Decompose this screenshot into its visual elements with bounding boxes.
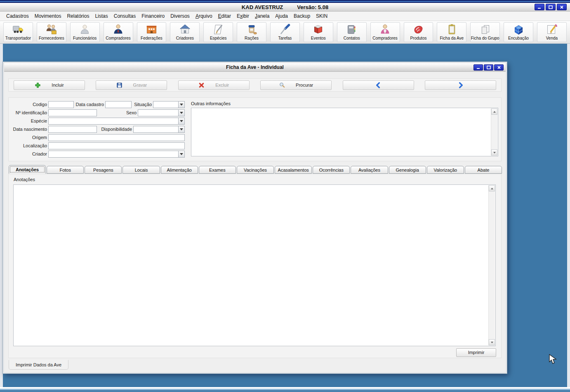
menu-item-arquivo[interactable]: Arquivo [193,12,215,20]
toolbar-label: Ficha da Ave [440,35,464,41]
tab-anotacoes[interactable]: Anotações [9,165,46,174]
situacao-select[interactable] [153,101,185,108]
scroll-down-button[interactable] [489,339,495,345]
tab-fotos[interactable]: Fotos [47,166,84,174]
toolbar-button-venda[interactable]: Venda [537,22,567,42]
dialog-titlebar[interactable]: Ficha da Ave - Individual [4,63,506,72]
menu-item-movimentos[interactable]: Movimentos [32,12,64,20]
n-identificacao-label: Nº identificação [9,109,47,116]
toolbar-button-federacoes[interactable]: Federações [137,22,167,42]
dialog-minimize-button[interactable] [473,64,483,71]
menu-item-editar[interactable]: Editar [215,12,234,20]
minimize-button[interactable] [535,4,544,10]
origem-field[interactable] [48,134,185,141]
add-icon [35,82,41,88]
scrollbar-track[interactable] [491,115,497,149]
menu-item-consultas[interactable]: Consultas [111,12,139,20]
menu-item-relatorios[interactable]: Relatórios [64,12,92,20]
menu-item-janela[interactable]: Janela [252,12,272,20]
toolbar-button-produtos[interactable]: Produtos [404,22,433,42]
imprimir-dados-da-ave-tab[interactable]: Imprimir Dados da Ave [9,360,68,370]
vertical-scrollbar[interactable] [491,109,497,156]
incluir-button[interactable]: Incluir [14,80,85,90]
menu-item-diversos[interactable]: Diversos [167,12,193,20]
menu-item-skin[interactable]: SKIN [313,12,330,20]
criador-select[interactable] [48,151,185,158]
combo-dropdown-button[interactable] [178,101,185,108]
combo-dropdown-button[interactable] [178,151,185,158]
previous-record-button[interactable] [343,80,414,90]
toolbar-button-transportador[interactable]: Transportador [3,22,33,42]
disponibilidade-select[interactable] [133,126,185,133]
contacts-book-icon [346,24,358,35]
scroll-up-button[interactable] [491,109,497,115]
toolbar-button-compradores[interactable]: Compradores [104,22,133,42]
menu-item-listas[interactable]: Listas [92,12,111,20]
tab-abate[interactable]: Abate [465,166,502,174]
scroll-down-button[interactable] [491,149,497,156]
procurar-button[interactable]: Procurar [260,80,332,90]
outras-informacoes-textarea[interactable] [191,108,498,156]
tab-genealogia[interactable]: Genealogia [389,166,426,174]
tab-alimentacao[interactable]: Alimentação [161,166,198,174]
toolbar-button-funcionarios[interactable]: Funcionários [70,22,100,42]
localizacao-field[interactable] [48,142,185,149]
dialog-maximize-button[interactable] [484,64,493,71]
tab-vacinacoes[interactable]: Vacinações [237,166,274,174]
vertical-scrollbar[interactable] [488,185,495,345]
close-icon [497,66,501,69]
toolbar-button-contatos[interactable]: Contatos [337,22,367,42]
toolbar-button-ficha-da-ave[interactable]: Ficha da Ave [437,22,466,42]
data-cadastro-label: Data cadastro [75,101,104,108]
window-bottom-border [0,387,570,392]
toolbar-button-tarefas[interactable]: Tarefas [270,22,300,42]
close-button[interactable] [557,4,567,10]
data-cadastro-field[interactable] [105,101,132,108]
toolbar-button-encubacao[interactable]: Encubação [504,22,533,42]
menu-item-ajuda[interactable]: Ajuda [272,12,291,20]
sexo-select[interactable] [138,109,185,116]
next-record-button[interactable] [425,80,496,90]
origem-label: Origem [9,134,47,141]
toolbar-button-ficha-do-grupo[interactable]: Ficha do Grupo [470,22,500,42]
menu-item-backup[interactable]: Backup [291,12,313,20]
toolbar-label: Compradores [106,35,131,41]
toolbar-label: Tarefas [278,35,292,41]
scroll-up-button[interactable] [489,185,495,191]
scrollbar-track[interactable] [489,191,495,339]
especie-select[interactable] [48,118,185,125]
toolbar-label: Funcionários [73,35,97,41]
save-icon [116,82,122,88]
tab-locais[interactable]: Locais [122,166,160,174]
maximize-button[interactable] [546,4,556,10]
toolbar-button-eventos[interactable]: Eventos [304,22,333,42]
menu-item-cadastros[interactable]: Cadastros [3,12,32,20]
toolbar-button-racoes[interactable]: Rações [237,22,266,42]
tab-acasalamentos[interactable]: Acasalamentos [275,166,312,174]
tab-ocorrencias[interactable]: Ocorrências [313,166,350,174]
chevron-down-icon [180,112,183,116]
menu-item-exibir[interactable]: Exibir [234,12,252,20]
excluir-button[interactable]: Excluir [178,80,250,90]
anotacoes-textarea[interactable] [13,184,496,346]
menu-item-financeiro[interactable]: Financeiro [139,12,167,20]
toolbar-button-especies[interactable]: Espécies [203,22,233,42]
previous-icon [375,82,382,88]
tab-pesagens[interactable]: Pesagens [85,166,122,174]
toolbar-button-criadores[interactable]: Criadores [170,22,200,42]
toolbar-button-compradores-2[interactable]: Compradores [370,22,400,42]
breeder-house-icon [179,24,191,35]
toolbar-button-fornecedores[interactable]: Fornecedores [37,22,66,42]
tab-exames[interactable]: Exames [199,166,236,174]
n-identificacao-field[interactable] [48,109,97,116]
tab-avaliacoes[interactable]: Avaliações [351,166,388,174]
gravar-button[interactable]: Gravar [96,80,167,90]
dialog-close-button[interactable] [494,64,504,71]
combo-dropdown-button[interactable] [178,126,185,133]
imprimir-button[interactable]: Imprimir [456,348,496,357]
codigo-field[interactable] [48,101,74,108]
combo-dropdown-button[interactable] [178,118,185,125]
incubation-cube-icon [513,24,525,35]
combo-dropdown-button[interactable] [178,109,185,116]
tab-valorizacao[interactable]: Valorização [427,166,464,174]
